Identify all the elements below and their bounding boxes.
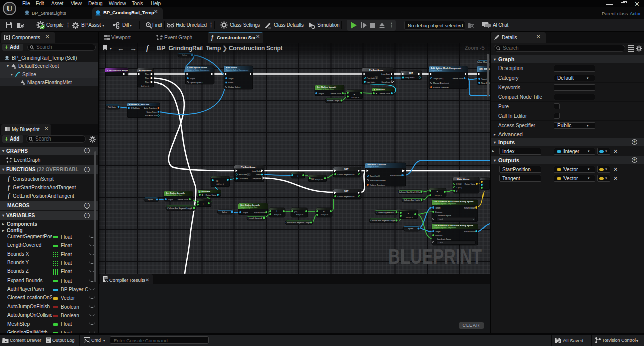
svg-text:Target: Target — [481, 78, 487, 80]
svg-text:⌄: ⌄ — [473, 241, 474, 244]
svg-text:Distance: Distance — [435, 211, 442, 213]
svg-text:Last Index: Last Index — [239, 178, 248, 180]
svg-text:Target |self |: Target |self | — [370, 175, 380, 177]
svg-text:Return Value: Return Value — [390, 175, 401, 177]
svg-text:Distance: Distance — [435, 235, 442, 237]
svg-text:Add Spline Mesh Component: Add Spline Mesh Component — [431, 67, 462, 70]
svg-text:ƒ Truncate: ƒ Truncate — [374, 88, 385, 91]
svg-text:Loop Index: Loop Index — [405, 77, 414, 79]
svg-text:Spline Points: Spline Points — [146, 111, 157, 113]
svg-text:Get Spline Length: Get Spline Length — [166, 192, 185, 194]
svg-text:Target is Actor: Target is Actor — [367, 166, 379, 168]
svg-text:Length Covered: Length Covered — [249, 217, 262, 219]
svg-text:Target is Actor: Target is Actor — [431, 70, 443, 72]
svg-text:Manual Attachment: Manual Attachment — [370, 180, 386, 182]
svg-text:Target: Target — [228, 78, 233, 80]
svg-text:Add pin ⊕: Add pin ⊕ — [141, 85, 150, 87]
svg-text:Return Value: Return Value — [178, 199, 188, 201]
svg-text:Target: Target — [243, 212, 248, 214]
svg-text:Local: Local — [439, 242, 443, 244]
svg-text:Return Value: Return Value — [453, 78, 463, 80]
svg-text:⌄: ⌄ — [473, 218, 474, 220]
svg-text:÷: ÷ — [323, 210, 325, 213]
svg-text:Add pin ⊕: Add pin ⊕ — [321, 214, 329, 216]
svg-text:Get Spline Length: Get Spline Length — [317, 86, 336, 88]
svg-text:Return Value: Return Value — [331, 93, 341, 95]
svg-text:Get Location at Distance Along: Get Location at Distance Along Spline — [434, 200, 474, 203]
svg-text:Target is Spline Component: Target is Spline Component — [434, 203, 456, 205]
svg-text:Spline: Spline — [408, 228, 413, 230]
svg-text:Target is Spline Component: Target is Spline Component — [187, 69, 209, 71]
svg-text:Rail Data: Rail Data — [108, 106, 116, 108]
svg-text:Rail Actor Vars: Rail Actor Vars — [145, 115, 157, 117]
svg-text:ForEachLoop: ForEachLoop — [369, 68, 384, 71]
svg-text:|1|: |1| — [216, 180, 218, 182]
svg-text:ƒ Truncate: ƒ Truncate — [199, 190, 211, 193]
svg-text:+: + — [297, 174, 299, 177]
svg-text:Return Value: Return Value — [206, 194, 216, 196]
svg-text:SET: SET — [409, 72, 413, 74]
svg-text:First Index: First Index — [239, 174, 248, 176]
svg-text:➜ Sequence: ➜ Sequence — [139, 69, 152, 72]
svg-text:Local: Local — [439, 218, 443, 220]
svg-text:✂ Break S_RailData: ✂ Break S_RailData — [129, 103, 150, 106]
svg-text:Index: Index — [386, 77, 390, 79]
svg-text:Target is Spline Com: Target is Spline Com — [317, 88, 334, 90]
svg-text:Add pin ⊕: Add pin ⊕ — [351, 97, 359, 99]
svg-text:Construction Script: Construction Script — [107, 69, 128, 72]
svg-text:Section Length: Section Length — [327, 100, 340, 102]
svg-text:✓: ✓ — [240, 86, 242, 88]
svg-text:Target: Target — [168, 199, 173, 201]
svg-text:Manual Attachment: Manual Attachment — [433, 82, 449, 84]
svg-text:Last Index: Last Index — [367, 81, 375, 83]
svg-text:1: 1 — [248, 174, 249, 176]
svg-text:Target is Spline Component: Target is Spline Component — [434, 227, 456, 229]
svg-text:+: + — [353, 93, 355, 96]
svg-text:✓: ✓ — [201, 81, 203, 84]
svg-text:Current Segment Pos: Current Segment Pos — [377, 212, 395, 214]
svg-text:Target: Target — [435, 207, 440, 209]
svg-text:Then 0: Then 0 — [145, 73, 151, 75]
svg-text:Add pin ⊕: Add pin ⊕ — [274, 214, 282, 216]
svg-text:BLUEPRINT: BLUEPRINT — [388, 245, 482, 268]
svg-text:Loop Body: Loop Body — [252, 170, 261, 172]
svg-text:S RailData: S RailData — [131, 107, 140, 109]
svg-text:Target |self |: Target |self | — [433, 78, 443, 80]
svg-text:Relative Transform: Relative Transform — [370, 184, 385, 186]
svg-text:Collision Box Segment Length: Collision Box Segment Length — [167, 207, 192, 210]
svg-text:Add Points: Add Points — [226, 66, 238, 69]
svg-text:Index: Index — [256, 174, 261, 176]
svg-text:Loop Body: Loop Body — [381, 73, 390, 75]
svg-text:Add Box Collision: Add Box Collision — [367, 163, 386, 166]
svg-text:Clear Spline Points: Clear Spline Points — [187, 66, 208, 69]
svg-text:Return Value: Return Value — [464, 207, 475, 209]
svg-text:÷: ÷ — [202, 202, 204, 205]
svg-text:Make Vector: Make Vector — [457, 178, 470, 180]
svg-text:[10]: [10] — [311, 178, 314, 180]
svg-text:×: × — [408, 212, 409, 215]
svg-text:Points: Points — [228, 82, 233, 84]
svg-text:Coordinate Space: Coordinate Space — [437, 215, 451, 217]
svg-text:Collision Box Height Offset: Collision Box Height Offset — [399, 191, 421, 193]
svg-text:Collision Box Segment Length: Collision Box Segment Length — [286, 222, 310, 224]
svg-text:Spline: Spline — [148, 199, 153, 201]
svg-text:Get Spline Length: Get Spline Length — [240, 204, 260, 206]
svg-text:ForEachLoop: ForEachLoop — [241, 166, 256, 168]
svg-text:Relative Transform: Relative Transform — [433, 87, 449, 89]
svg-text:Add pin ⊕: Add pin ⊕ — [406, 217, 413, 219]
svg-text:Target: Target — [318, 93, 324, 95]
svg-text:Current Segment Pos: Current Segment Pos — [337, 174, 355, 176]
svg-text:SET: SET — [344, 190, 349, 192]
svg-text:SET: SET — [344, 168, 349, 170]
svg-text:X |3.0 |: X |3.0 | — [456, 183, 462, 185]
svg-text:Add pin ⊕: Add pin ⊕ — [315, 179, 323, 181]
svg-text:0: 0 — [376, 77, 377, 79]
svg-text:Coordinate Space: Coordinate Space — [437, 238, 451, 240]
svg-text:Target is Spline Com: Target is Spline Com — [240, 206, 257, 209]
svg-text:First Index: First Index — [367, 77, 375, 79]
svg-text:Add pin ⊕: Add pin ⊕ — [217, 183, 224, 185]
svg-text:Collision Box Height: Collision Box Height — [404, 199, 420, 201]
svg-text:Completed: Completed — [381, 81, 390, 83]
svg-text:Target is Spline Component: Target is Spline Component — [226, 69, 248, 71]
svg-text:Target: Target — [435, 231, 440, 233]
